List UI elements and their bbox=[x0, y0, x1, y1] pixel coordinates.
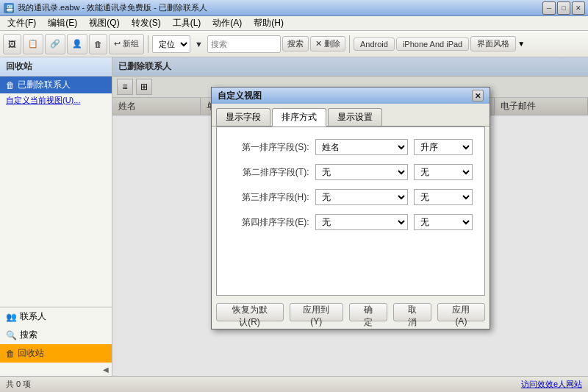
tab-display-fields[interactable]: 显示字段 bbox=[216, 108, 270, 126]
search-input[interactable] bbox=[207, 35, 281, 53]
android-label[interactable]: Android bbox=[354, 38, 395, 51]
sidebar-customize-link[interactable]: 自定义当前视图(U)... bbox=[0, 93, 112, 107]
sync-icon: 🔗 bbox=[50, 39, 60, 49]
location-dropdown[interactable]: 定位 bbox=[152, 35, 190, 53]
sort-field-2[interactable]: 无 姓名单位 bbox=[315, 164, 408, 180]
group-icon: 👤 bbox=[72, 39, 82, 49]
status-count: 共 0 项 bbox=[6, 379, 31, 390]
status-bar: 共 0 项 访问效效e人网站 bbox=[0, 376, 588, 392]
sort-label-3: 第三排序字段(H): bbox=[229, 191, 309, 204]
menu-actions[interactable]: 动作(A) bbox=[207, 15, 248, 31]
sort-row-3: 第三排序字段(H): 无 姓名单位 无 升序降序 bbox=[229, 189, 473, 205]
menu-bar: 文件(F) 编辑(E) 视图(Q) 转发(S) 工具(L) 动作(A) 帮助(H… bbox=[0, 16, 588, 31]
sidebar-deleted-label: 已删除联系人 bbox=[18, 79, 71, 91]
menu-edit[interactable]: 编辑(E) bbox=[42, 15, 83, 31]
content-area: 已删除联系人 ≡ ⊞ 姓名 单位 单位电话 家庭电话 手机 电子邮件 自定义视图… bbox=[112, 57, 588, 376]
sidebar-nav: 👥 联系人 🔍 搜索 🗑 回收站 ◀ bbox=[0, 307, 112, 376]
sort-row-4: 第四排序字段(E): 无 姓名单位 无 升序降序 bbox=[229, 214, 473, 230]
toolbar-new-btn[interactable]: 🖼 bbox=[3, 34, 21, 54]
sort-order-3[interactable]: 无 升序降序 bbox=[414, 189, 473, 205]
dialog-tabs: 显示字段 排序方式 显示设置 bbox=[212, 104, 490, 126]
cancel-button[interactable]: 取消 bbox=[393, 303, 431, 321]
toolbar-sync-btn[interactable]: 🔗 bbox=[45, 34, 65, 54]
undo-icon: ↩ bbox=[114, 39, 121, 49]
close-button[interactable]: ✕ bbox=[572, 1, 585, 15]
sort-row-2: 第二排序字段(T): 无 姓名单位 无 升序降序 bbox=[229, 164, 473, 180]
custom-view-dialog: 自定义视图 ✕ 显示字段 排序方式 显示设置 第一排序字段(S): 姓名 单位手… bbox=[211, 87, 490, 329]
apply-button[interactable]: 应用(A) bbox=[437, 303, 484, 321]
sidebar: 回收站 🗑 已删除联系人 自定义当前视图(U)... 👥 联系人 🔍 搜索 🗑 … bbox=[0, 57, 112, 376]
maximize-button[interactable]: □ bbox=[557, 1, 570, 15]
sidebar-header: 回收站 bbox=[0, 57, 112, 76]
tab-display-settings[interactable]: 显示设置 bbox=[328, 108, 382, 126]
apply-to-button[interactable]: 应用到(Y) bbox=[290, 303, 343, 321]
dialog-title-text: 自定义视图 bbox=[218, 90, 262, 102]
svg-text:📇: 📇 bbox=[5, 4, 15, 13]
sort-label-1: 第一排序字段(S): bbox=[229, 141, 309, 154]
sort-order-1[interactable]: 升序 降序 bbox=[414, 139, 473, 155]
sidebar-spacer bbox=[0, 107, 112, 307]
style-label[interactable]: 界面风格 bbox=[470, 36, 516, 51]
sort-row-1: 第一排序字段(S): 姓名 单位手机无 升序 降序 bbox=[229, 139, 473, 155]
trash-label: 回收站 bbox=[18, 347, 44, 360]
tab-sort-order[interactable]: 排序方式 bbox=[272, 108, 326, 126]
dialog-overlay: 自定义视图 ✕ 显示字段 排序方式 显示设置 第一排序字段(S): 姓名 单位手… bbox=[112, 57, 588, 376]
delete-toolbar-label[interactable]: ✕ 删除 bbox=[310, 36, 345, 51]
status-link[interactable]: 访问效效e人网站 bbox=[521, 379, 582, 390]
undo-label: 新组 bbox=[123, 38, 139, 49]
search-btn[interactable]: 搜索 bbox=[282, 36, 309, 51]
sidebar-nav-trash[interactable]: 🗑 回收站 bbox=[0, 344, 112, 363]
search-label: 搜索 bbox=[20, 329, 37, 341]
restore-default-button[interactable]: 恢复为默认(R) bbox=[216, 303, 284, 321]
toolbar-delete-btn[interactable]: 📋 bbox=[23, 34, 43, 54]
sort-field-4[interactable]: 无 姓名单位 bbox=[315, 214, 408, 230]
sort-label-2: 第二排序字段(T): bbox=[229, 166, 309, 179]
title-bar: 📇 我的通讯录.eabw - 效能通讯录免费版 - 已删除联系人 ─ □ ✕ bbox=[0, 0, 588, 16]
toolbar-undo-btn[interactable]: ↩ 新组 bbox=[109, 34, 144, 54]
sidebar-nav-contacts[interactable]: 👥 联系人 bbox=[0, 307, 112, 326]
iphone-ipad-label[interactable]: iPhone And iPad bbox=[396, 38, 469, 51]
app-icon: 📇 bbox=[3, 2, 15, 14]
menu-tools[interactable]: 工具(L) bbox=[167, 15, 207, 31]
new-icon: 🖼 bbox=[8, 40, 16, 49]
ok-button[interactable]: 确定 bbox=[349, 303, 387, 321]
toolbar-separator-2 bbox=[349, 35, 350, 53]
sidebar-collapse[interactable]: ◀ bbox=[0, 363, 112, 376]
main-area: 回收站 🗑 已删除联系人 自定义当前视图(U)... 👥 联系人 🔍 搜索 🗑 … bbox=[0, 57, 588, 376]
toolbar: 🖼 📋 🔗 👤 🗑 ↩ 新组 定位 ▼ 搜索 ✕ 删除 Android iPho… bbox=[0, 31, 588, 57]
sort-field-1[interactable]: 姓名 单位手机无 bbox=[315, 139, 408, 155]
delete-icon: 📋 bbox=[28, 39, 38, 49]
dialog-close-button[interactable]: ✕ bbox=[472, 90, 484, 101]
deleted-icon: 🗑 bbox=[6, 80, 15, 90]
dialog-body-spacer bbox=[229, 239, 473, 283]
sort-field-3[interactable]: 无 姓名单位 bbox=[315, 189, 408, 205]
sidebar-nav-search[interactable]: 🔍 搜索 bbox=[0, 326, 112, 344]
trash-icon: 🗑 bbox=[6, 349, 15, 359]
contacts-label: 联系人 bbox=[20, 310, 46, 323]
menu-file[interactable]: 文件(F) bbox=[1, 15, 42, 31]
title-text: 我的通讯录.eabw - 效能通讯录免费版 - 已删除联系人 bbox=[18, 2, 542, 13]
dialog-body: 第一排序字段(S): 姓名 单位手机无 升序 降序 第二排序字段(T): bbox=[216, 126, 485, 296]
search-label: ▼ bbox=[192, 40, 206, 49]
menu-view[interactable]: 视图(Q) bbox=[83, 15, 125, 31]
minimize-button[interactable]: ─ bbox=[542, 1, 556, 15]
menu-forward[interactable]: 转发(S) bbox=[126, 15, 167, 31]
window-controls: ─ □ ✕ bbox=[542, 1, 585, 15]
sort-label-4: 第四排序字段(E): bbox=[229, 216, 309, 229]
sidebar-item-deleted[interactable]: 🗑 已删除联系人 bbox=[0, 76, 112, 93]
sort-order-2[interactable]: 无 升序降序 bbox=[414, 164, 473, 180]
search-nav-icon: 🔍 bbox=[6, 330, 17, 341]
sort-order-4[interactable]: 无 升序降序 bbox=[414, 214, 473, 230]
contacts-icon: 👥 bbox=[6, 312, 17, 322]
collapse-icon: ◀ bbox=[103, 366, 109, 374]
dialog-footer: 恢复为默认(R) 应用到(Y) 确定 取消 应用(A) bbox=[212, 296, 490, 329]
toolbar-group-btn[interactable]: 👤 bbox=[67, 34, 87, 54]
menu-help[interactable]: 帮助(H) bbox=[248, 15, 290, 31]
toolbar-separator bbox=[148, 35, 148, 53]
toolbar-contact-btn[interactable]: 🗑 bbox=[89, 34, 107, 54]
style-dropdown-arrow[interactable]: ▼ bbox=[517, 40, 525, 48]
dialog-title-bar: 自定义视图 ✕ bbox=[212, 88, 490, 104]
contact-icon: 🗑 bbox=[94, 40, 102, 49]
